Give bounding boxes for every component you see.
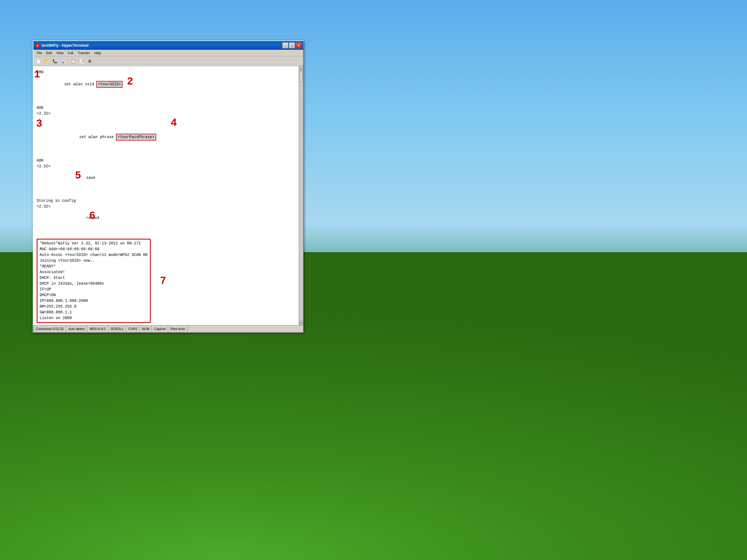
maximize-button[interactable]: □ [289, 43, 295, 48]
open-button[interactable]: 📂 [43, 57, 50, 65]
status-num: NUM [140, 325, 152, 332]
hyperterminal-window: testWiFly - HyperTerminal _ □ ✕ File Edi… [33, 41, 304, 333]
terminal-line-ready: *READY* [40, 264, 148, 269]
scrollbar-track[interactable] [299, 71, 303, 321]
terminal-line-storing: Storing in config [37, 198, 295, 204]
terminal-line-aok2: AOK [37, 158, 295, 163]
annotation-5: 5 [75, 168, 81, 184]
annotation-2: 2 [127, 74, 133, 89]
terminal-line-save: save 5 [37, 169, 295, 198]
window-controls: _ □ ✕ [282, 43, 302, 48]
hyperterminal-icon [35, 43, 40, 48]
terminal-line-gw: GW=888.888.1.1 [40, 310, 148, 315]
menu-bar: File Edit View Call Transfer Help [33, 50, 303, 56]
terminal-line-reboot: reboot 6 [37, 210, 295, 238]
status-capture: Capture [152, 325, 168, 332]
scroll-up-button[interactable]: ▲ [299, 66, 303, 71]
terminal-line-ssid: set wlan ssid <YourSSID> 2 [37, 75, 295, 105]
annotation-4: 4 [171, 115, 177, 131]
status-connected: Connected 0:01:33 [33, 325, 66, 332]
properties-button[interactable]: ⚙ [86, 57, 94, 65]
terminal-line-aok1: AOK [37, 105, 295, 111]
connect-button[interactable]: 📞 [51, 57, 58, 65]
output-box: *Reboot*WiFly Ver 2.32, 02-13-2012 on RN… [37, 239, 151, 323]
menu-file[interactable]: File [34, 51, 44, 55]
status-scroll: SCROLL [108, 325, 126, 332]
annotation-3: 3 [36, 116, 43, 132]
annotation-1: 1 [34, 67, 40, 82]
title-bar: testWiFly - HyperTerminal _ □ ✕ [33, 41, 303, 50]
close-button[interactable]: ✕ [295, 43, 302, 48]
save-label: save [86, 176, 96, 180]
minimize-button[interactable]: _ [282, 43, 288, 48]
terminal-line-joining: Joining <YourSSID> now.. [40, 258, 148, 264]
terminal-container: 1 CMD set wlan ssid <YourSSID> 2 AOK <2.… [33, 66, 303, 325]
terminal-line-autoassoc: Auto-Assoc <YourSSID> chan=11 mode=WPA2 … [40, 252, 148, 258]
terminal-lines: CMD set wlan ssid <YourSSID> 2 AOK <2.32… [37, 70, 295, 323]
toolbar-separator [68, 58, 68, 64]
new-button[interactable]: 📄 [34, 57, 42, 65]
status-caps: CAPS [126, 325, 140, 332]
terminal-line-ip: IP=888.888.1.888:2000 [40, 298, 148, 304]
terminal-line-1: CMD [37, 70, 295, 75]
copy-button[interactable]: 📋 [70, 57, 77, 65]
terminal-line-232c: <2.32> [37, 204, 295, 210]
status-detect: Auto detect [66, 325, 87, 332]
terminal-line-associated: Associated! [40, 269, 148, 275]
status-baud: 9600 8-N-1 [87, 325, 108, 332]
terminal-line-if: IF=UP [40, 287, 148, 292]
annotation-7: 7 [160, 273, 166, 289]
status-bar: Connected 0:01:33 Auto detect 9600 8-N-1… [33, 325, 303, 332]
toolbar: 📄 📂 📞 📡 📋 📝 ⚙ [33, 56, 303, 66]
terminal-output[interactable]: 1 CMD set wlan ssid <YourSSID> 2 AOK <2.… [33, 66, 299, 325]
scrollbar-thumb[interactable] [299, 71, 303, 82]
menu-edit[interactable]: Edit [44, 51, 54, 55]
terminal-line-dhcp-on: DHCP=ON [40, 292, 148, 298]
terminal-line-nm: NM=255.255.255.0 [40, 304, 148, 310]
terminal-line-dhcp-in: DHCP in 2431ms, lease=86400s [40, 281, 148, 287]
menu-view[interactable]: View [54, 51, 66, 55]
terminal-line-232a: <2.32> [37, 111, 295, 116]
window-title: testWiFly - HyperTerminal [42, 43, 88, 48]
terminal-line-mac: MAC Addr=68:68:68:68:68:68 [40, 246, 148, 252]
title-bar-left: testWiFly - HyperTerminal [35, 43, 88, 48]
terminal-line-listen: Listen on 2000 [40, 315, 148, 321]
menu-transfer[interactable]: Transfer [76, 51, 92, 55]
ssid-highlight: <YourSSID> [96, 81, 123, 88]
annotation-6: 6 [89, 208, 96, 224]
terminal-line-reboot-msg: *Reboot*WiFly Ver 2.32, 02-13-2012 on RN… [40, 241, 148, 246]
menu-help[interactable]: Help [92, 51, 103, 55]
terminal-wrapper: 1 CMD set wlan ssid <YourSSID> 2 AOK <2.… [33, 66, 303, 325]
terminal-line-phrase: 3 set wlan phrase <YourPassPhrase> 4 [37, 116, 295, 158]
phone-button[interactable]: 📡 [59, 57, 67, 65]
scrollbar[interactable]: ▲ ▼ [299, 66, 303, 325]
paste-button[interactable]: 📝 [78, 57, 85, 65]
phrase-highlight: <YourPassPhrase> [116, 134, 156, 140]
menu-call[interactable]: Call [66, 51, 76, 55]
status-print-echo: Print echo [168, 325, 188, 332]
scroll-down-button[interactable]: ▼ [299, 321, 303, 325]
phrase-label: set wlan phrase [79, 135, 116, 139]
terminal-line-dhcp-start: DHCP: Start [40, 275, 148, 281]
